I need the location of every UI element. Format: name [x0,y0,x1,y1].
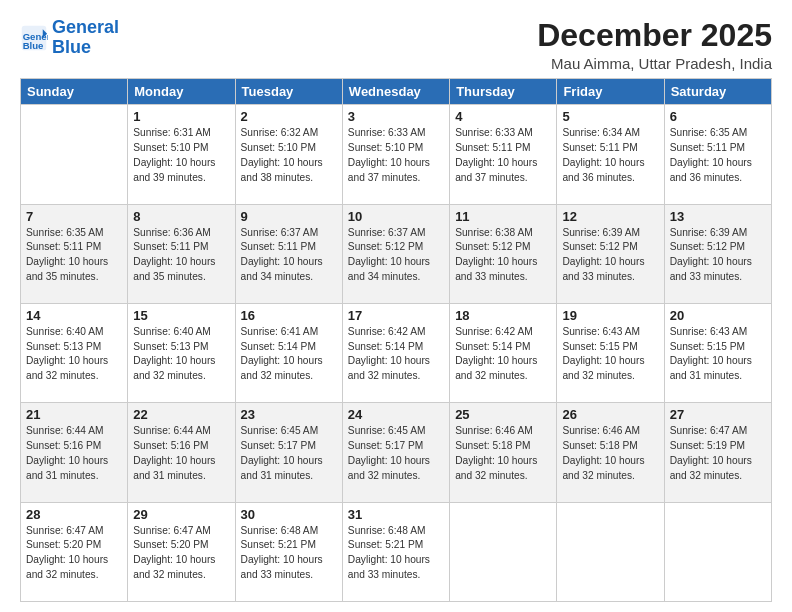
day-number: 10 [348,209,444,224]
table-row: 30Sunrise: 6:48 AM Sunset: 5:21 PM Dayli… [235,502,342,601]
day-number: 3 [348,109,444,124]
day-info: Sunrise: 6:39 AM Sunset: 5:12 PM Dayligh… [670,226,766,285]
table-row [557,502,664,601]
day-info: Sunrise: 6:47 AM Sunset: 5:20 PM Dayligh… [26,524,122,583]
day-info: Sunrise: 6:37 AM Sunset: 5:12 PM Dayligh… [348,226,444,285]
day-number: 5 [562,109,658,124]
day-number: 29 [133,507,229,522]
table-row: 28Sunrise: 6:47 AM Sunset: 5:20 PM Dayli… [21,502,128,601]
day-number: 1 [133,109,229,124]
day-info: Sunrise: 6:46 AM Sunset: 5:18 PM Dayligh… [562,424,658,483]
logo-text: General Blue [52,18,119,58]
day-number: 6 [670,109,766,124]
calendar-week-row: 7Sunrise: 6:35 AM Sunset: 5:11 PM Daylig… [21,204,772,303]
day-number: 21 [26,407,122,422]
day-number: 30 [241,507,337,522]
day-number: 19 [562,308,658,323]
calendar-table: Sunday Monday Tuesday Wednesday Thursday… [20,78,772,602]
title-block: December 2025 Mau Aimma, Uttar Pradesh, … [537,18,772,72]
day-info: Sunrise: 6:45 AM Sunset: 5:17 PM Dayligh… [241,424,337,483]
day-info: Sunrise: 6:46 AM Sunset: 5:18 PM Dayligh… [455,424,551,483]
table-row: 26Sunrise: 6:46 AM Sunset: 5:18 PM Dayli… [557,403,664,502]
table-row: 8Sunrise: 6:36 AM Sunset: 5:11 PM Daylig… [128,204,235,303]
day-info: Sunrise: 6:45 AM Sunset: 5:17 PM Dayligh… [348,424,444,483]
day-info: Sunrise: 6:44 AM Sunset: 5:16 PM Dayligh… [26,424,122,483]
day-number: 7 [26,209,122,224]
day-number: 20 [670,308,766,323]
day-number: 25 [455,407,551,422]
header: General Blue General Blue December 2025 … [20,18,772,72]
day-number: 13 [670,209,766,224]
day-info: Sunrise: 6:48 AM Sunset: 5:21 PM Dayligh… [348,524,444,583]
day-info: Sunrise: 6:33 AM Sunset: 5:11 PM Dayligh… [455,126,551,185]
calendar-week-row: 28Sunrise: 6:47 AM Sunset: 5:20 PM Dayli… [21,502,772,601]
table-row: 1Sunrise: 6:31 AM Sunset: 5:10 PM Daylig… [128,105,235,204]
day-info: Sunrise: 6:40 AM Sunset: 5:13 PM Dayligh… [26,325,122,384]
day-info: Sunrise: 6:41 AM Sunset: 5:14 PM Dayligh… [241,325,337,384]
day-info: Sunrise: 6:32 AM Sunset: 5:10 PM Dayligh… [241,126,337,185]
col-tuesday: Tuesday [235,79,342,105]
day-number: 8 [133,209,229,224]
logo: General Blue General Blue [20,18,119,58]
logo-line2: Blue [52,37,91,57]
table-row: 19Sunrise: 6:43 AM Sunset: 5:15 PM Dayli… [557,303,664,402]
day-number: 26 [562,407,658,422]
table-row: 4Sunrise: 6:33 AM Sunset: 5:11 PM Daylig… [450,105,557,204]
day-number: 4 [455,109,551,124]
day-number: 22 [133,407,229,422]
table-row: 17Sunrise: 6:42 AM Sunset: 5:14 PM Dayli… [342,303,449,402]
day-info: Sunrise: 6:36 AM Sunset: 5:11 PM Dayligh… [133,226,229,285]
location-subtitle: Mau Aimma, Uttar Pradesh, India [537,55,772,72]
day-info: Sunrise: 6:37 AM Sunset: 5:11 PM Dayligh… [241,226,337,285]
table-row: 9Sunrise: 6:37 AM Sunset: 5:11 PM Daylig… [235,204,342,303]
day-number: 17 [348,308,444,323]
day-number: 12 [562,209,658,224]
day-number: 28 [26,507,122,522]
table-row: 21Sunrise: 6:44 AM Sunset: 5:16 PM Dayli… [21,403,128,502]
day-number: 16 [241,308,337,323]
month-title: December 2025 [537,18,772,53]
table-row [21,105,128,204]
table-row [664,502,771,601]
day-number: 11 [455,209,551,224]
day-number: 27 [670,407,766,422]
day-info: Sunrise: 6:38 AM Sunset: 5:12 PM Dayligh… [455,226,551,285]
day-info: Sunrise: 6:42 AM Sunset: 5:14 PM Dayligh… [455,325,551,384]
table-row: 2Sunrise: 6:32 AM Sunset: 5:10 PM Daylig… [235,105,342,204]
table-row: 18Sunrise: 6:42 AM Sunset: 5:14 PM Dayli… [450,303,557,402]
col-thursday: Thursday [450,79,557,105]
calendar-week-row: 21Sunrise: 6:44 AM Sunset: 5:16 PM Dayli… [21,403,772,502]
calendar-header-row: Sunday Monday Tuesday Wednesday Thursday… [21,79,772,105]
table-row: 14Sunrise: 6:40 AM Sunset: 5:13 PM Dayli… [21,303,128,402]
table-row: 13Sunrise: 6:39 AM Sunset: 5:12 PM Dayli… [664,204,771,303]
calendar-week-row: 14Sunrise: 6:40 AM Sunset: 5:13 PM Dayli… [21,303,772,402]
day-number: 24 [348,407,444,422]
day-info: Sunrise: 6:40 AM Sunset: 5:13 PM Dayligh… [133,325,229,384]
table-row: 15Sunrise: 6:40 AM Sunset: 5:13 PM Dayli… [128,303,235,402]
day-number: 31 [348,507,444,522]
col-sunday: Sunday [21,79,128,105]
table-row: 23Sunrise: 6:45 AM Sunset: 5:17 PM Dayli… [235,403,342,502]
table-row [450,502,557,601]
day-info: Sunrise: 6:35 AM Sunset: 5:11 PM Dayligh… [26,226,122,285]
day-info: Sunrise: 6:47 AM Sunset: 5:19 PM Dayligh… [670,424,766,483]
day-info: Sunrise: 6:43 AM Sunset: 5:15 PM Dayligh… [670,325,766,384]
day-number: 9 [241,209,337,224]
day-info: Sunrise: 6:34 AM Sunset: 5:11 PM Dayligh… [562,126,658,185]
table-row: 3Sunrise: 6:33 AM Sunset: 5:10 PM Daylig… [342,105,449,204]
table-row: 22Sunrise: 6:44 AM Sunset: 5:16 PM Dayli… [128,403,235,502]
day-info: Sunrise: 6:35 AM Sunset: 5:11 PM Dayligh… [670,126,766,185]
table-row: 10Sunrise: 6:37 AM Sunset: 5:12 PM Dayli… [342,204,449,303]
table-row: 12Sunrise: 6:39 AM Sunset: 5:12 PM Dayli… [557,204,664,303]
calendar-week-row: 1Sunrise: 6:31 AM Sunset: 5:10 PM Daylig… [21,105,772,204]
day-info: Sunrise: 6:39 AM Sunset: 5:12 PM Dayligh… [562,226,658,285]
day-info: Sunrise: 6:33 AM Sunset: 5:10 PM Dayligh… [348,126,444,185]
table-row: 20Sunrise: 6:43 AM Sunset: 5:15 PM Dayli… [664,303,771,402]
col-saturday: Saturday [664,79,771,105]
day-info: Sunrise: 6:43 AM Sunset: 5:15 PM Dayligh… [562,325,658,384]
day-info: Sunrise: 6:42 AM Sunset: 5:14 PM Dayligh… [348,325,444,384]
table-row: 24Sunrise: 6:45 AM Sunset: 5:17 PM Dayli… [342,403,449,502]
day-info: Sunrise: 6:44 AM Sunset: 5:16 PM Dayligh… [133,424,229,483]
table-row: 25Sunrise: 6:46 AM Sunset: 5:18 PM Dayli… [450,403,557,502]
table-row: 27Sunrise: 6:47 AM Sunset: 5:19 PM Dayli… [664,403,771,502]
